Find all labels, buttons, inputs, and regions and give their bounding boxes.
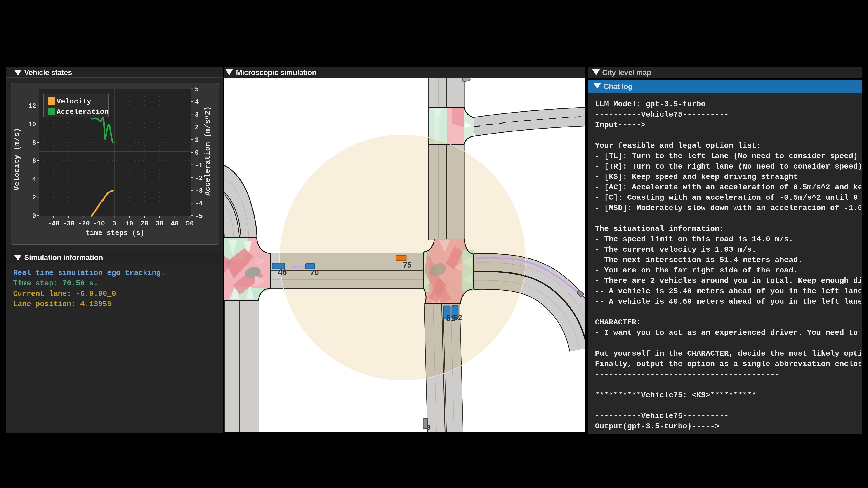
svg-text:-10: -10 [93,220,105,228]
svg-text:10: 10 [125,220,133,228]
svg-text:50: 50 [186,220,194,228]
svg-text:52: 52 [454,313,462,322]
svg-text:-1: -1 [195,162,203,169]
svg-text:70: 70 [310,268,319,277]
svg-text:4: 4 [195,98,199,106]
svg-text:0: 0 [32,213,36,220]
svg-text:-30: -30 [63,220,74,228]
svg-text:8: 8 [32,139,36,147]
svg-text:1: 1 [195,136,199,144]
svg-text:0: 0 [112,220,116,228]
svg-text:46: 46 [278,267,287,276]
svg-text:2: 2 [32,194,36,201]
svg-text:9: 9 [426,423,430,431]
svg-text:10: 10 [28,121,36,128]
svg-text:-5: -5 [195,213,203,220]
svg-text:75: 75 [403,260,412,269]
svg-text:20: 20 [141,220,149,228]
svg-text:Velocity (m/s): Velocity (m/s) [13,128,21,191]
svg-text:40: 40 [171,220,179,228]
svg-text:5: 5 [195,86,199,93]
svg-text:-3: -3 [195,187,203,195]
svg-text:6: 6 [32,158,36,165]
svg-text:Acceleration: Acceleration [57,108,108,116]
svg-text:2: 2 [195,124,199,131]
svg-text:time steps (s): time steps (s) [86,229,145,237]
svg-text:3: 3 [195,111,199,119]
svg-text:30: 30 [156,220,164,228]
svg-text:-2: -2 [195,175,203,182]
svg-text:Velocity: Velocity [57,97,91,106]
svg-text:-20: -20 [78,220,90,228]
svg-text:-40: -40 [48,220,59,228]
svg-text:4: 4 [32,176,36,183]
svg-text:Acceleration (m/s^2): Acceleration (m/s^2) [204,106,212,196]
svg-text:0: 0 [195,149,199,157]
svg-text:12: 12 [28,103,36,110]
svg-text:-4: -4 [195,200,203,207]
